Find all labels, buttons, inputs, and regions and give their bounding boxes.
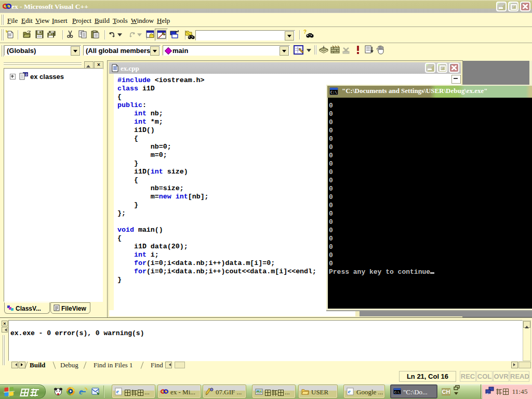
svg-text:C:\: C:\ xyxy=(330,90,337,95)
svg-text:e: e xyxy=(348,388,351,394)
svg-text:e: e xyxy=(116,388,119,394)
svg-text:?: ? xyxy=(303,29,307,35)
svg-text:C:\: C:\ xyxy=(394,391,400,394)
